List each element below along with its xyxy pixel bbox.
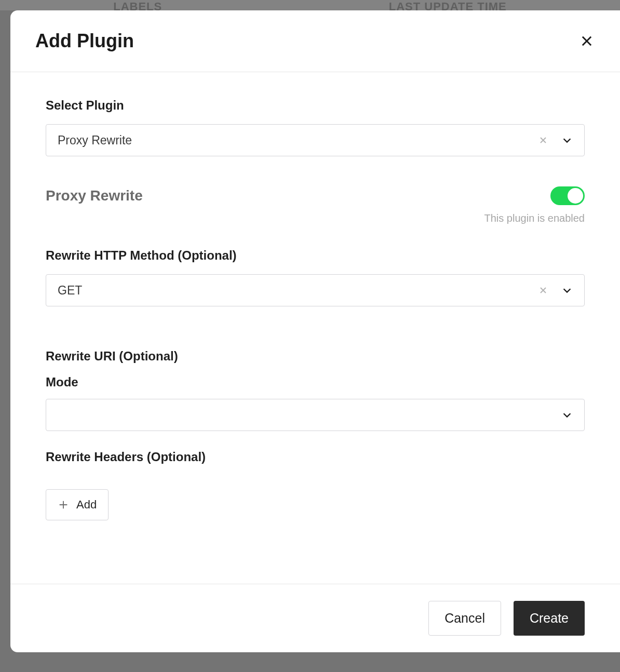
select-plugin-label: Select Plugin <box>46 98 585 113</box>
http-method-chevron <box>561 285 573 296</box>
modal-body: Select Plugin Proxy Rewrite Proxy Rewrit… <box>10 72 620 584</box>
mode-chevron <box>561 409 573 421</box>
col-labels: LABELS <box>113 0 162 10</box>
plugin-select-chevron <box>561 135 573 146</box>
modal-header: Add Plugin <box>10 10 620 72</box>
plugin-enable-row: Proxy Rewrite <box>46 186 585 205</box>
plugin-select-value: Proxy Rewrite <box>58 133 537 147</box>
chevron-down-icon <box>561 409 573 421</box>
plugin-enable-toggle[interactable] <box>550 186 585 205</box>
add-header-label: Add <box>76 498 97 512</box>
http-method-value: GET <box>58 284 537 298</box>
chevron-down-icon <box>561 285 573 296</box>
plus-icon <box>58 499 69 510</box>
http-method-label: Rewrite HTTP Method (Optional) <box>46 248 585 263</box>
plugin-name-heading: Proxy Rewrite <box>46 187 143 204</box>
plugin-select[interactable]: Proxy Rewrite <box>46 124 585 156</box>
plugin-select-clear[interactable] <box>537 135 549 146</box>
clear-icon <box>538 285 548 295</box>
http-method-select[interactable]: GET <box>46 274 585 306</box>
close-icon <box>579 34 594 48</box>
add-plugin-modal: Add Plugin Select Plugin Proxy Rewrite <box>10 10 620 652</box>
cancel-button[interactable]: Cancel <box>428 601 501 636</box>
clear-icon <box>538 135 548 145</box>
create-button[interactable]: Create <box>514 601 585 636</box>
mode-select[interactable] <box>46 399 585 431</box>
modal-footer: Cancel Create <box>10 584 620 652</box>
chevron-down-icon <box>561 135 573 146</box>
rewrite-headers-label: Rewrite Headers (Optional) <box>46 450 585 464</box>
mode-label: Mode <box>46 375 585 389</box>
toggle-knob <box>568 188 583 204</box>
http-method-clear[interactable] <box>537 285 549 296</box>
background-table-header: LABELS LAST UPDATE TIME <box>0 0 620 10</box>
modal-title: Add Plugin <box>35 30 134 52</box>
close-button[interactable] <box>578 33 595 49</box>
rewrite-uri-label: Rewrite URI (Optional) <box>46 349 585 364</box>
add-header-button[interactable]: Add <box>46 489 109 520</box>
col-last-update: LAST UPDATE TIME <box>389 0 507 10</box>
plugin-enable-hint: This plugin is enabled <box>46 212 585 224</box>
